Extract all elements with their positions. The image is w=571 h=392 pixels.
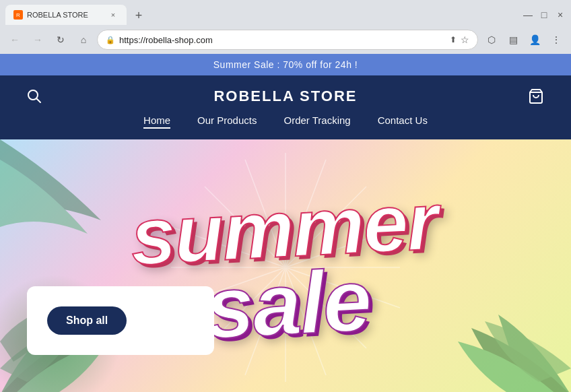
nav-bar: ← → ↻ ⌂ 🔒 https://robella-shop.com ⬆ ☆ ⬡… [0, 26, 571, 54]
nav-item-contact[interactable]: Contact Us [378, 115, 428, 129]
title-bar: R ROBELLA STORE × + — □ × [0, 0, 571, 26]
search-icon[interactable] [27, 89, 46, 104]
tab-title: ROBELLA STORE [27, 11, 104, 19]
new-tab-button[interactable]: + [129, 6, 148, 25]
window-controls: — □ × [523, 9, 566, 20]
tab-close-button[interactable]: × [108, 9, 119, 20]
share-icon: ⬆ [450, 35, 457, 44]
hero-cta-card: Shop all [27, 286, 214, 355]
back-button[interactable]: ← [5, 30, 24, 49]
nav-item-products[interactable]: Our Products [197, 115, 257, 129]
menu-button[interactable]: ⋮ [547, 30, 566, 49]
svg-line-1 [37, 99, 41, 103]
reload-button[interactable]: ↻ [51, 30, 70, 49]
tab-favicon: R [13, 10, 23, 20]
cart-icon[interactable] [525, 88, 544, 104]
store-name: ROBELLA STORE [46, 88, 525, 105]
forward-button[interactable]: → [28, 30, 47, 49]
site-header: ROBELLA STORE Home Our Products Order Tr… [0, 75, 571, 139]
lock-icon: 🔒 [106, 36, 115, 44]
hero-section: summer sale Shop all [0, 139, 571, 392]
shop-all-button[interactable]: Shop all [47, 306, 127, 335]
bookmark-icon[interactable]: ☆ [461, 34, 469, 45]
active-tab[interactable]: R ROBELLA STORE × [5, 5, 127, 25]
home-button[interactable]: ⌂ [74, 30, 93, 49]
nav-actions: ⬡ ▤ 👤 ⋮ [482, 30, 566, 49]
address-bar[interactable]: 🔒 https://robella-shop.com ⬆ ☆ [97, 30, 478, 50]
announcement-text: Summer Sale : 70% off for 24h ! [213, 59, 358, 70]
website-content: Summer Sale : 70% off for 24h ! ROBELLA … [0, 54, 571, 392]
extensions-button[interactable]: ⬡ [482, 30, 501, 49]
browser-chrome: R ROBELLA STORE × + — □ × ← → ↻ ⌂ 🔒 http… [0, 0, 571, 54]
profile-button[interactable]: 👤 [525, 30, 544, 49]
nav-item-home[interactable]: Home [143, 115, 170, 129]
close-button[interactable]: × [555, 9, 566, 20]
minimize-button[interactable]: — [523, 9, 533, 20]
nav-menu: Home Our Products Order Tracking Contact… [27, 115, 544, 139]
url-display: https://robella-shop.com [119, 35, 446, 45]
tab-strip: R ROBELLA STORE × + [5, 5, 517, 25]
maximize-button[interactable]: □ [539, 9, 549, 20]
announcement-bar: Summer Sale : 70% off for 24h ! [0, 54, 571, 75]
header-top: ROBELLA STORE [27, 75, 544, 115]
nav-item-order-tracking[interactable]: Order Tracking [283, 115, 350, 129]
sidebar-button[interactable]: ▤ [504, 30, 523, 49]
